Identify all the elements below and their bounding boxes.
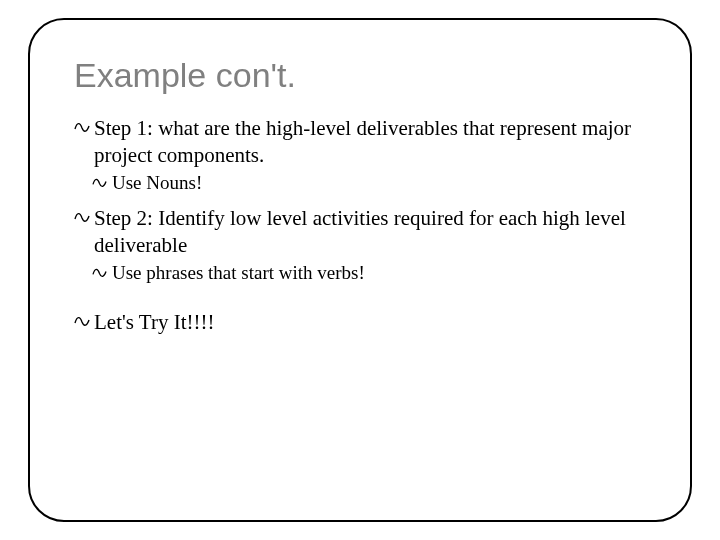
list-item: Use phrases that start with verbs! xyxy=(92,261,646,285)
squiggle-icon xyxy=(74,120,94,134)
list-item-text: Use Nouns! xyxy=(112,171,202,195)
list-item-text: Let's Try It!!!! xyxy=(94,309,214,336)
list-item-text: Step 2: Identify low level activities re… xyxy=(94,205,646,259)
slide: Example con't. Step 1: what are the high… xyxy=(0,0,720,540)
list-item-text: Step 1: what are the high-level delivera… xyxy=(94,115,646,169)
list-item: Use Nouns! xyxy=(92,171,646,195)
squiggle-icon xyxy=(92,266,112,279)
squiggle-icon xyxy=(92,176,112,189)
slide-frame: Example con't. Step 1: what are the high… xyxy=(28,18,692,522)
list-item: Step 1: what are the high-level delivera… xyxy=(74,115,646,169)
list-item-text: Use phrases that start with verbs! xyxy=(112,261,365,285)
squiggle-icon xyxy=(74,314,94,328)
slide-title: Example con't. xyxy=(74,56,646,95)
list-item: Step 2: Identify low level activities re… xyxy=(74,205,646,259)
squiggle-icon xyxy=(74,210,94,224)
list-item: Let's Try It!!!! xyxy=(74,309,646,336)
